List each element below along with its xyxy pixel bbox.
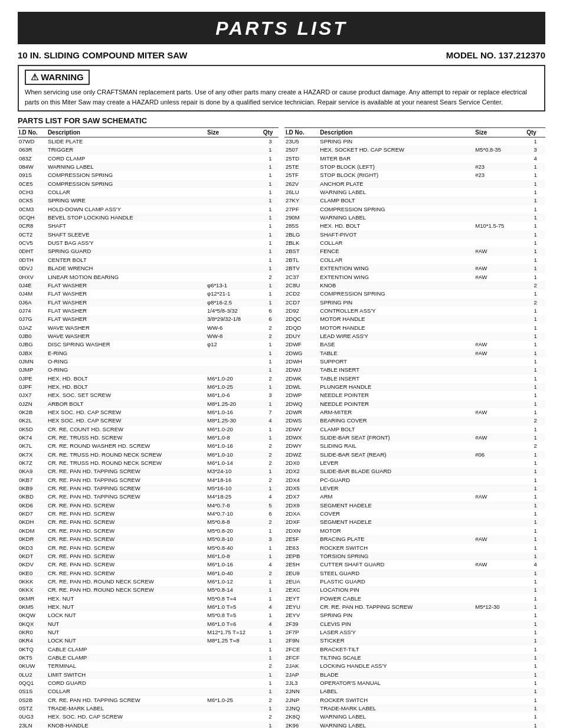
table-cell: BLADE — [319, 671, 474, 679]
table-cell: COMPRESSION SPRING — [319, 290, 474, 298]
table-cell: 2DXN — [284, 527, 319, 535]
table-cell — [474, 552, 525, 560]
table-cell: 0CM3 — [18, 205, 47, 214]
table-row: 0KKXCR. RE. PAN HD. ROUND NECK SCREWM5*0… — [18, 586, 279, 594]
table-cell: DUST BAG ASS'Y — [47, 239, 206, 247]
table-cell: HEX. SOC. SET SCREW — [47, 391, 206, 399]
table-cell: 1 — [525, 679, 545, 687]
table-cell: 1 — [525, 137, 545, 146]
table-row: 2F7PLASER ASS'Y1 — [284, 628, 545, 637]
table-cell: 1 — [525, 247, 545, 255]
table-cell: M4*18-25 — [206, 493, 262, 501]
table-cell: 2DX0 — [284, 459, 319, 467]
table-cell: 2DX7 — [284, 493, 319, 501]
table-cell: 0CQH — [18, 214, 47, 222]
table-cell: MOTOR HANDLE — [319, 324, 474, 332]
table-cell: CR. RE. ROUND WASHER HD. SCREW — [47, 442, 206, 450]
table-cell: 1 — [262, 425, 279, 434]
table-cell: ARM-MITER — [319, 408, 474, 417]
table-cell — [474, 586, 525, 594]
table-cell: 1 — [262, 171, 279, 179]
table-row: 0S1SCOLLAR1 — [18, 687, 279, 696]
table-cell: SLIDE-BAR SEAT (REAR) — [319, 451, 474, 459]
table-cell: 2DWY — [284, 442, 319, 450]
table-cell: 2F39 — [284, 620, 319, 628]
table-cell: 23LN — [18, 722, 47, 728]
table-cell: 2507 — [284, 146, 319, 154]
table-row: 0K5DCR. RE. COUNT HD. SCREWM6*1.0-201 — [18, 425, 279, 434]
table-cell — [206, 645, 262, 654]
table-cell: 0CT2 — [18, 231, 47, 239]
table-cell: 1 — [262, 239, 279, 247]
table-cell: φ8*16-2.5 — [206, 299, 262, 307]
table-row: 2F9NSTICKER1 — [284, 637, 545, 645]
table-row: 0KDHCR. RE. PAN HD. SCREWM5*0.8-82 — [18, 518, 279, 526]
table-row: 2EPBTORSION SPRING1 — [284, 552, 545, 560]
table-cell: COLLAR — [319, 256, 474, 264]
table-cell: 1 — [262, 400, 279, 408]
table-cell — [474, 704, 525, 713]
table-cell: BLADE WRENCH — [47, 264, 206, 273]
table-cell: M5*0.8-40 — [206, 544, 262, 552]
table-cell: M6*1.0-8 — [206, 552, 262, 560]
table-cell: CR. RE. PAN HD. ROUND NECK SCREW — [47, 578, 206, 586]
table-cell: CR. RE. PAN HD. TAPPING SCREW — [47, 696, 206, 704]
table-cell: M6*1.0-14 — [206, 459, 262, 467]
table-cell: 25TD — [284, 155, 319, 163]
table-row: 26LUWARNING LABEL1 — [284, 188, 545, 196]
table-cell: M5*0.8-8 — [206, 518, 262, 526]
table-cell: 2DWR — [284, 408, 319, 417]
table-cell: 0CH3 — [18, 188, 47, 196]
table-row: 0CV5DUST BAG ASS'Y1 — [18, 239, 279, 247]
table-cell: 3 — [525, 146, 545, 154]
table-cell: 1 — [525, 611, 545, 619]
table-cell: SHAFT-PIVOT — [319, 231, 474, 239]
table-cell: 1 — [262, 434, 279, 442]
table-cell: 1 — [525, 662, 545, 670]
parts-columns: I.D No. Description Size Qty 07WDSLIDE P… — [18, 127, 545, 728]
table-cell: 1 — [525, 434, 545, 442]
table-cell: 1 — [525, 451, 545, 459]
table-row: 2C8UKNOB2 — [284, 281, 545, 290]
table-row: 0KKKCR. RE. PAN HD. ROUND NECK SCREWM6*1… — [18, 578, 279, 586]
table-cell — [474, 476, 525, 484]
table-cell: PLASTIC GUARD — [319, 578, 474, 586]
table-cell — [474, 375, 525, 383]
table-cell: #AW — [474, 349, 525, 358]
table-cell: 0KR0 — [18, 628, 47, 637]
table-cell: 1 — [262, 637, 279, 645]
table-cell: 0DTH — [18, 256, 47, 264]
table-cell: CR. RE. PAN HD. SCREW — [47, 560, 206, 569]
table-cell: #06 — [474, 451, 525, 459]
table-cell: FLAT WASHER — [47, 315, 206, 323]
table-cell: 1 — [525, 180, 545, 188]
table-cell — [474, 366, 525, 374]
table-cell: 0JMP — [18, 366, 47, 374]
table-cell: 0J6A — [18, 299, 47, 307]
table-cell: 2DWG — [284, 349, 319, 358]
table-row: 091SCOMPRESSION SPRING1 — [18, 171, 279, 179]
table-row: 2DXNMOTOR1 — [284, 527, 545, 535]
table-row: 2DXFSEGMENT HADELE1 — [284, 518, 545, 526]
table-cell: CABLE CLAMP — [47, 654, 206, 662]
table-row: 27KYCLAMP BOLT1 — [284, 196, 545, 205]
table-cell — [474, 467, 525, 476]
table-cell: M8*1.25 T=8 — [206, 637, 262, 645]
table-cell: 1 — [525, 340, 545, 349]
table-row: 2E5HCUTTER SHAFT GUARD#AW4 — [284, 560, 545, 569]
table-cell — [474, 324, 525, 332]
table-cell: 1 — [262, 595, 279, 603]
table-row: 0KM5HEX. NUTM6*1.0 T=54 — [18, 603, 279, 611]
table-cell — [206, 662, 262, 670]
table-cell: 1 — [525, 569, 545, 578]
warning-title: ⚠ WARNING — [25, 70, 90, 85]
table-cell: 1 — [262, 687, 279, 696]
table-cell — [474, 620, 525, 628]
table-cell: 0STZ — [18, 704, 47, 713]
table-cell: 2DX2 — [284, 467, 319, 476]
table-cell: CR. RE. PAN HD. SCREW — [47, 510, 206, 518]
table-cell: 1 — [525, 535, 545, 543]
table-cell: 2JAK — [284, 662, 319, 670]
table-row: 0KD6CR. RE. PAN HD. SCREWM4*0.7-85 — [18, 501, 279, 510]
table-cell: 27PF — [284, 205, 319, 214]
